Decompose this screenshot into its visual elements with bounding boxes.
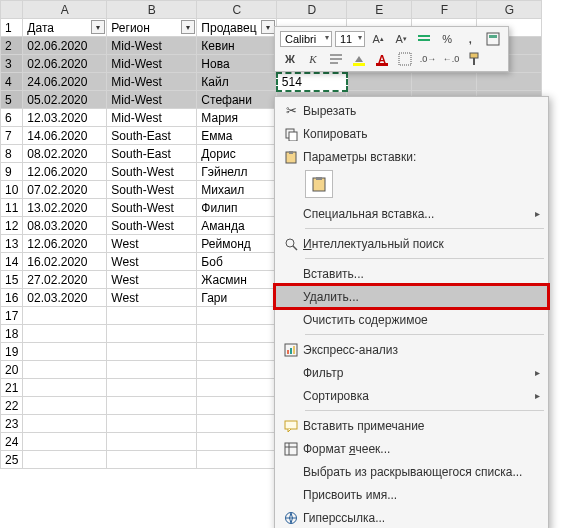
cell-B13[interactable]: West (107, 235, 197, 253)
cell-C15[interactable]: Жасмин (197, 271, 277, 289)
cell-A2[interactable]: 02.06.2020 (23, 37, 107, 55)
cell-A4[interactable]: 24.06.2020 (23, 73, 107, 91)
row-header[interactable]: 14 (1, 253, 23, 271)
cell-B15[interactable]: West (107, 271, 197, 289)
row-header[interactable]: 5 (1, 91, 23, 109)
cell-C8[interactable]: Дорис (197, 145, 277, 163)
row-header[interactable]: 24 (1, 433, 23, 451)
cell-A11[interactable]: 13.02.2020 (23, 199, 107, 217)
font-select[interactable]: Calibri (280, 31, 332, 47)
cell-A8[interactable]: 08.02.2020 (23, 145, 107, 163)
cell-A17[interactable] (23, 307, 107, 325)
cell-C23[interactable] (197, 415, 277, 433)
cell-B20[interactable] (107, 361, 197, 379)
cell-B25[interactable] (107, 451, 197, 469)
row-header[interactable]: 15 (1, 271, 23, 289)
paste-option-default[interactable] (305, 170, 333, 198)
cell-A1[interactable]: Дата (23, 19, 107, 37)
cell-B12[interactable]: South-West (107, 217, 197, 235)
filter-button[interactable] (181, 20, 195, 34)
cell-C24[interactable] (197, 433, 277, 451)
row-header[interactable]: 11 (1, 199, 23, 217)
cell-B14[interactable]: West (107, 253, 197, 271)
format-painter-icon[interactable] (464, 50, 484, 68)
cell-C16[interactable]: Гари (197, 289, 277, 307)
format-icon[interactable] (483, 30, 503, 48)
cell-A3[interactable]: 02.06.2020 (23, 55, 107, 73)
cell-C11[interactable]: Филип (197, 199, 277, 217)
row-header[interactable]: 10 (1, 181, 23, 199)
row-header[interactable]: 18 (1, 325, 23, 343)
cell-A15[interactable]: 27.02.2020 (23, 271, 107, 289)
cell-B24[interactable] (107, 433, 197, 451)
fill-color-icon[interactable] (349, 50, 369, 68)
row-header[interactable]: 1 (1, 19, 23, 37)
row-header[interactable]: 20 (1, 361, 23, 379)
row-header[interactable]: 3 (1, 55, 23, 73)
cell-C2[interactable]: Кевин (197, 37, 277, 55)
cell-C14[interactable]: Боб (197, 253, 277, 271)
cell-B22[interactable] (107, 397, 197, 415)
cell-A19[interactable] (23, 343, 107, 361)
cell-B7[interactable]: South-East (107, 127, 197, 145)
select-all-corner[interactable] (1, 1, 23, 19)
decrease-decimal-icon[interactable]: .0→ (418, 50, 438, 68)
row-header[interactable]: 17 (1, 307, 23, 325)
cell-B18[interactable] (107, 325, 197, 343)
menu-smart-lookup[interactable]: Интеллектуальный поиск (275, 232, 548, 255)
menu-insert[interactable]: Вставить... (275, 262, 548, 285)
cell-D4[interactable]: 514 (277, 73, 347, 91)
cell-C7[interactable]: Емма (197, 127, 277, 145)
cell-B1[interactable]: Регион (107, 19, 197, 37)
cell-A18[interactable] (23, 325, 107, 343)
menu-hyperlink[interactable]: Гиперссылка... (275, 506, 548, 528)
cell-A16[interactable]: 02.03.2020 (23, 289, 107, 307)
menu-pick-from-list[interactable]: Выбрать из раскрывающегося списка... (275, 460, 548, 483)
row-header[interactable]: 2 (1, 37, 23, 55)
cell-A9[interactable]: 12.06.2020 (23, 163, 107, 181)
italic-button[interactable]: К (303, 50, 323, 68)
cell-B16[interactable]: West (107, 289, 197, 307)
row-header[interactable]: 6 (1, 109, 23, 127)
cell-A24[interactable] (23, 433, 107, 451)
menu-quick-analysis[interactable]: Экспресс-анализ (275, 338, 548, 361)
col-header-A[interactable]: A (23, 1, 107, 19)
borders-icon[interactable] (395, 50, 415, 68)
menu-clear[interactable]: Очистить содержимое (275, 308, 548, 331)
cell-B3[interactable]: Mid-West (107, 55, 197, 73)
row-header[interactable]: 19 (1, 343, 23, 361)
cell-B5[interactable]: Mid-West (107, 91, 197, 109)
cell-B19[interactable] (107, 343, 197, 361)
increase-font-icon[interactable]: A▴ (368, 30, 388, 48)
cell-B17[interactable] (107, 307, 197, 325)
cell-A12[interactable]: 08.03.2020 (23, 217, 107, 235)
col-header-E[interactable]: E (347, 1, 412, 19)
cell-C5[interactable]: Стефани (197, 91, 277, 109)
cell-C1[interactable]: Продавец (197, 19, 277, 37)
cell-C21[interactable] (197, 379, 277, 397)
font-size-select[interactable]: 11 (335, 31, 365, 47)
menu-filter[interactable]: Фильтр (275, 361, 548, 384)
cell-F4[interactable] (412, 73, 477, 91)
cell-A5[interactable]: 05.02.2020 (23, 91, 107, 109)
font-color-icon[interactable]: A (372, 50, 392, 68)
col-header-D[interactable]: D (277, 1, 347, 19)
cell-A22[interactable] (23, 397, 107, 415)
cell-B10[interactable]: South-West (107, 181, 197, 199)
cell-B11[interactable]: South-West (107, 199, 197, 217)
cell-B23[interactable] (107, 415, 197, 433)
cell-C4[interactable]: Кайл (197, 73, 277, 91)
row-header[interactable]: 12 (1, 217, 23, 235)
cell-A25[interactable] (23, 451, 107, 469)
cell-C3[interactable]: Нова (197, 55, 277, 73)
cell-C13[interactable]: Реймонд (197, 235, 277, 253)
row-header[interactable]: 16 (1, 289, 23, 307)
percent-icon[interactable]: % (437, 30, 457, 48)
align-icon[interactable] (326, 50, 346, 68)
menu-delete[interactable]: Удалить... (275, 285, 548, 308)
cell-A6[interactable]: 12.03.2020 (23, 109, 107, 127)
cell-B2[interactable]: Mid-West (107, 37, 197, 55)
cell-A20[interactable] (23, 361, 107, 379)
cell-A21[interactable] (23, 379, 107, 397)
accounting-format-icon[interactable] (414, 30, 434, 48)
